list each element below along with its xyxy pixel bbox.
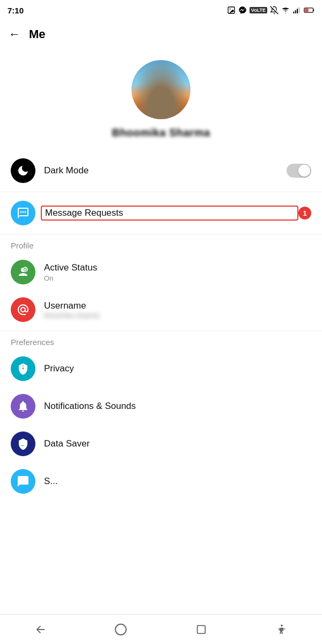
signal-icon <box>292 6 301 14</box>
svg-point-18 <box>281 624 283 626</box>
toggle-knob <box>298 165 310 177</box>
active-status-subtitle: On <box>44 274 311 282</box>
svg-point-16 <box>115 624 126 635</box>
svg-rect-6 <box>297 9 298 13</box>
gallery-icon <box>227 6 236 14</box>
privacy-item[interactable]: Privacy <box>0 350 322 387</box>
profile-section: Bhoomika Sharma <box>0 49 322 152</box>
data-saver-label: Data Saver <box>44 438 311 449</box>
dark-mode-item[interactable]: Dark Mode <box>0 152 322 189</box>
message-requests-highlight-box: Message Requests <box>41 206 298 221</box>
message-requests-icon <box>17 207 30 219</box>
username-icon-circle <box>11 297 35 322</box>
nav-accessibility-button[interactable] <box>268 619 295 640</box>
active-status-item[interactable]: Active Status On <box>0 253 322 291</box>
profile-section-label: Profile <box>0 237 322 253</box>
status-icons: VoLTE <box>227 6 314 14</box>
notifications-content: Notifications & Sounds <box>44 401 311 412</box>
svg-rect-4 <box>293 12 294 13</box>
data-saver-icon-circle <box>11 431 35 456</box>
svg-rect-9 <box>305 9 309 12</box>
dark-mode-toggle-container <box>287 164 311 178</box>
message-requests-badge-container: 1 <box>298 207 311 219</box>
main-content: Bhoomika Sharma Dark Mode <box>0 49 322 644</box>
active-status-label: Active Status <box>44 262 311 273</box>
volte-badge: VoLTE <box>250 7 267 13</box>
notifications-icon-circle <box>11 394 35 419</box>
top-nav: ← Me <box>0 19 322 49</box>
svg-point-1 <box>229 9 230 10</box>
bell-muted-icon <box>270 6 279 14</box>
accessibility-icon <box>276 624 288 635</box>
bell-icon <box>17 400 30 413</box>
status-time: 7:10 <box>8 6 24 15</box>
bottom-nav <box>0 614 322 644</box>
nav-home-button[interactable] <box>107 619 134 640</box>
username-value: bhoomika sharma <box>44 311 311 319</box>
home-circle-icon <box>114 623 127 636</box>
shield-icon <box>17 362 30 375</box>
username-item[interactable]: Username bhoomika sharma <box>0 291 322 328</box>
page-title: Me <box>29 27 46 41</box>
username-content: Username bhoomika sharma <box>44 301 311 319</box>
divider-2 <box>0 234 322 235</box>
svg-rect-5 <box>295 10 296 13</box>
messenger-status-icon <box>238 6 247 14</box>
data-saver-content: Data Saver <box>44 438 311 449</box>
message-requests-item[interactable]: Message Requests 1 <box>0 194 322 232</box>
message-requests-content: Message Requests <box>44 206 298 221</box>
notifications-item[interactable]: Notifications & Sounds <box>0 387 322 425</box>
privacy-icon-circle <box>11 356 35 381</box>
preferences-section-label: Preferences <box>0 333 322 350</box>
recents-square-icon <box>195 624 207 635</box>
back-triangle-icon <box>34 624 46 635</box>
sms-content: S... <box>44 476 311 487</box>
svg-point-12 <box>23 211 24 213</box>
moon-icon <box>17 164 30 177</box>
profile-name: Bhoomika Sharma <box>112 127 210 139</box>
nav-back-button[interactable] <box>27 619 54 640</box>
status-bar: 7:10 VoLTE <box>0 0 322 19</box>
message-requests-badge: 1 <box>298 207 311 219</box>
active-status-icon <box>17 266 30 279</box>
sms-label: S... <box>44 476 311 487</box>
data-saver-icon <box>17 437 30 450</box>
data-saver-item[interactable]: Data Saver <box>0 425 322 463</box>
privacy-content: Privacy <box>44 363 311 374</box>
battery-icon <box>304 6 314 14</box>
dark-mode-icon-circle <box>11 158 35 183</box>
notifications-label: Notifications & Sounds <box>44 401 311 412</box>
active-status-icon-circle <box>11 260 35 284</box>
svg-rect-17 <box>197 625 206 633</box>
message-requests-icon-circle <box>11 201 35 225</box>
nav-recents-button[interactable] <box>188 619 215 640</box>
sms-item[interactable]: S... <box>0 463 322 500</box>
divider-1 <box>0 192 322 192</box>
dark-mode-label: Dark Mode <box>44 165 287 176</box>
avatar[interactable] <box>131 60 191 119</box>
svg-rect-10 <box>313 9 314 11</box>
svg-rect-7 <box>298 8 299 13</box>
sms-icon <box>17 475 30 488</box>
active-status-content: Active Status On <box>44 262 311 282</box>
username-label: Username <box>44 301 311 311</box>
svg-point-3 <box>285 13 286 13</box>
at-icon <box>17 303 30 316</box>
divider-3 <box>0 331 322 331</box>
back-button[interactable]: ← <box>9 27 20 41</box>
privacy-label: Privacy <box>44 363 311 374</box>
svg-point-11 <box>20 211 22 213</box>
dark-mode-toggle[interactable] <box>287 164 311 178</box>
wifi-icon <box>281 6 290 14</box>
svg-point-13 <box>25 211 26 213</box>
message-requests-label: Message Requests <box>45 208 294 218</box>
dark-mode-content: Dark Mode <box>44 165 287 176</box>
svg-line-2 <box>270 6 279 14</box>
sms-icon-circle <box>11 469 35 494</box>
